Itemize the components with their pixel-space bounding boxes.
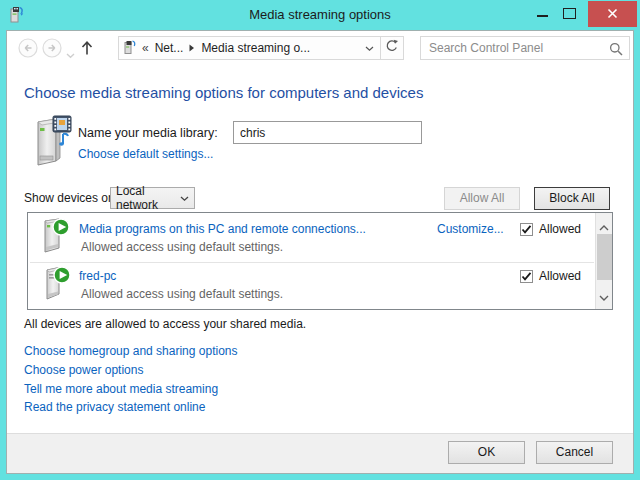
show-devices-select[interactable]: Local network (110, 187, 195, 209)
fred-pc-allowed-label: Allowed (539, 269, 581, 283)
media-programs-description: Allowed access using default settings. (81, 240, 283, 254)
breadcrumb-item-network[interactable]: Net... (155, 41, 184, 55)
privacy-statement-link[interactable]: Read the privacy statement online (24, 400, 205, 414)
breadcrumb-item-current[interactable]: Media streaming o... (201, 41, 310, 55)
customize-link[interactable]: Customize... (437, 222, 504, 236)
scroll-down-icon[interactable] (599, 287, 609, 305)
scroll-up-icon[interactable] (599, 217, 609, 235)
refresh-icon (385, 39, 399, 57)
homegroup-options-link[interactable]: Choose homegroup and sharing options (24, 344, 237, 358)
breadcrumb-overflow[interactable]: « (142, 41, 149, 55)
allow-all-button[interactable]: Allow All (444, 187, 520, 210)
choose-default-settings-link[interactable]: Choose default settings... (78, 147, 213, 161)
media-streaming-help-link[interactable]: Tell me more about media streaming (24, 382, 218, 396)
combo-chevron-icon (180, 191, 189, 205)
breadcrumb-separator-icon (189, 41, 195, 55)
media-streaming-options-window: Media streaming options (0, 0, 640, 480)
fred-pc-link[interactable]: fred-pc (79, 269, 116, 283)
fred-pc-description: Allowed access using default settings. (81, 287, 283, 301)
device-list-scrollbar[interactable] (595, 213, 612, 309)
media-library-icon (30, 114, 74, 170)
scrollbar-thumb[interactable] (597, 234, 612, 280)
back-button[interactable] (18, 38, 38, 58)
media-programs-allowed-label: Allowed (539, 222, 581, 236)
media-programs-link[interactable]: Media programs on this PC and remote con… (79, 222, 366, 236)
ok-button[interactable]: OK (448, 441, 525, 464)
library-name-input[interactable] (233, 121, 422, 144)
device-list: Media programs on this PC and remote con… (27, 212, 613, 310)
power-options-link[interactable]: Choose power options (24, 363, 143, 377)
refresh-button[interactable] (380, 36, 404, 60)
block-all-button[interactable]: Block All (534, 187, 610, 210)
library-name-label: Name your media library: (78, 126, 218, 140)
media-programs-allowed-checkbox[interactable] (520, 223, 533, 236)
forward-button[interactable] (42, 38, 62, 58)
cancel-button[interactable]: Cancel (536, 441, 613, 464)
fred-pc-allowed-checkbox[interactable] (520, 270, 533, 283)
status-text: All devices are allowed to access your s… (24, 317, 306, 331)
row-divider (30, 262, 594, 263)
search-input[interactable] (421, 37, 629, 59)
up-button[interactable] (80, 39, 94, 60)
minimize-button[interactable] (537, 15, 548, 17)
show-devices-value: Local network (116, 184, 180, 212)
title-bar[interactable]: Media streaming options (0, 0, 640, 30)
address-dropdown-chevron-icon[interactable] (365, 41, 374, 55)
media-programs-device-icon (40, 217, 70, 259)
close-icon (607, 5, 618, 23)
search-icon[interactable] (609, 42, 623, 60)
breadcrumb[interactable]: « Net... Media streaming o... (118, 36, 381, 60)
search-box (420, 36, 630, 60)
breadcrumb-location-icon (123, 39, 136, 58)
fred-pc-device-icon (41, 265, 71, 307)
maximize-button[interactable] (563, 8, 576, 19)
recent-pages-chevron-icon[interactable] (66, 45, 75, 63)
close-button[interactable] (588, 1, 637, 27)
show-devices-label: Show devices on: (24, 191, 118, 205)
page-title: Choose media streaming options for compu… (24, 84, 423, 101)
